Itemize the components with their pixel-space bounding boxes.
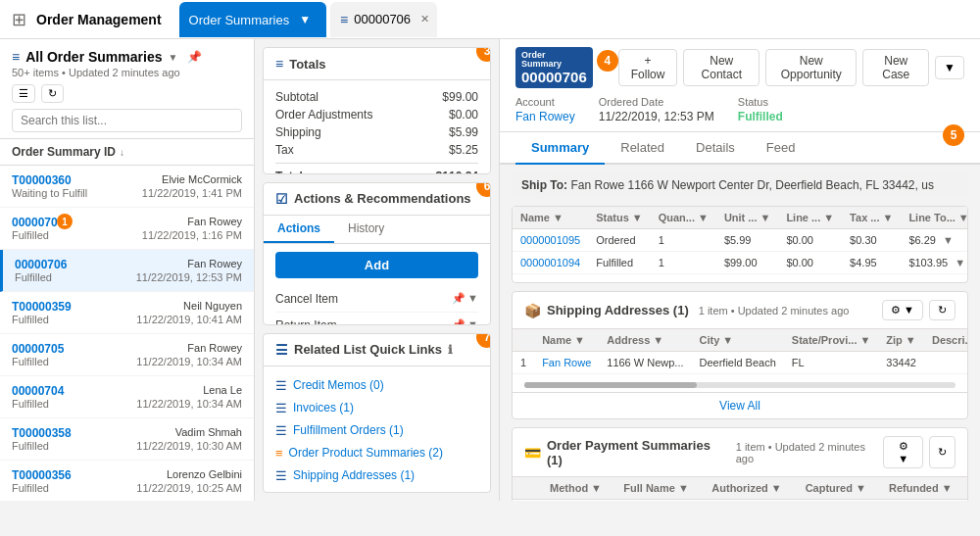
col-name[interactable]: Name▼ <box>513 207 588 229</box>
col-tax[interactable]: Tax ...▼ <box>842 207 901 229</box>
shipping-gear-btn[interactable]: ⚙ ▼ <box>882 300 923 320</box>
new-contact-button[interactable]: New Contact <box>683 49 760 86</box>
col-status[interactable]: Status▼ <box>588 207 651 229</box>
search-input[interactable] <box>12 109 242 132</box>
add-button[interactable]: Add <box>275 252 478 278</box>
list-item[interactable]: T00000360 Elvie McCormick Waiting to Ful… <box>0 166 254 208</box>
quick-link-credit-memos[interactable]: ☰ Credit Memos (0) <box>275 374 478 397</box>
close-tab-icon[interactable]: ✕ <box>420 13 429 25</box>
order-lines-section: Name▼ Status▼ Quan...▼ Unit ...▼ Line ..… <box>512 206 968 283</box>
label: Tax <box>275 143 294 157</box>
tab-related[interactable]: Related <box>605 132 680 165</box>
order-line-qty-1: 1 <box>651 252 716 274</box>
item-status: Waiting to Fulfill <box>12 187 87 199</box>
tab-order-summaries[interactable]: Order Summaries ▼ <box>179 2 326 37</box>
pin-action-icon[interactable]: 📌 <box>452 292 466 305</box>
shipping-refresh-btn[interactable]: ↻ <box>929 300 956 320</box>
shipping-table-scroll[interactable]: Name▼ Address▼ City▼ State/Provi...▼ Zip… <box>513 329 967 382</box>
list-header: Order Summary ID ↓ <box>0 139 254 166</box>
col-line[interactable]: Line ...▼ <box>778 207 842 229</box>
account-value[interactable]: Fan Rowey <box>515 110 575 123</box>
cancel-item-action[interactable]: Cancel Item 📌 ▼ <box>275 286 478 313</box>
list-item[interactable]: 00000704 Lena Le Fulfilled 11/22/2019, 1… <box>0 376 254 418</box>
actions-dropdown-btn[interactable]: ▼ <box>935 56 964 79</box>
quick-link-payment[interactable]: ☰ Order Payment Summaries (1) <box>275 487 478 493</box>
row-chevron[interactable]: ▼ <box>943 234 954 246</box>
list-item-selected[interactable]: 00000706 Fan Rowey Fulfilled 11/22/2019,… <box>0 250 254 292</box>
item-status: Fulfilled <box>12 482 49 494</box>
col-desc[interactable]: Descri...▼ <box>924 329 967 352</box>
tab-dropdown-btn[interactable]: ▼ <box>293 13 317 26</box>
new-opportunity-button[interactable]: New Opportunity <box>765 49 857 86</box>
col-city[interactable]: City▼ <box>692 329 784 352</box>
tab-details[interactable]: Details <box>680 132 751 165</box>
pin-action-icon2[interactable]: 📌 <box>452 318 466 325</box>
payment-gear-btn[interactable]: ⚙ ▼ <box>883 436 923 468</box>
item-date: 11/22/2019, 1:16 PM <box>142 229 242 241</box>
sort-icon[interactable]: ↓ <box>120 147 124 158</box>
quick-links-header: ☰ Related List Quick Links ℹ 7 <box>264 334 490 366</box>
dropdown-action-icon2[interactable]: ▼ <box>467 318 478 325</box>
quick-link-shipping[interactable]: ☰ Shipping Addresses (1) <box>275 464 478 487</box>
pin-icon[interactable]: 📌 <box>187 50 202 64</box>
col-lineto[interactable]: Line To...▼ <box>901 207 967 229</box>
new-case-button[interactable]: New Case <box>862 49 929 86</box>
payment-body: 1 Visa Fan Rowe $110.24 $103.95 $0.00 <box>513 500 967 502</box>
quick-links-badge: 7 <box>476 333 491 348</box>
shipping-name[interactable]: Fan Rowe <box>534 352 599 374</box>
order-lines-scroll[interactable]: Name▼ Status▼ Quan...▼ Unit ...▼ Line ..… <box>513 207 967 282</box>
col-captured[interactable]: Captured▼ <box>798 477 881 500</box>
tab-feed[interactable]: Feed <box>751 132 811 165</box>
tab-actions[interactable]: Actions <box>264 216 334 243</box>
follow-button[interactable]: + Follow <box>618 49 678 86</box>
item-name: Lena Le <box>203 384 242 398</box>
info-icon[interactable]: ℹ <box>448 343 453 357</box>
shipping-zip: 33442 <box>878 352 924 374</box>
grid-icon[interactable]: ⊞ <box>12 9 26 30</box>
list-item[interactable]: 00000705 Fan Rowey Fulfilled 11/22/2019,… <box>0 334 254 376</box>
quick-links-icon: ☰ <box>275 342 288 358</box>
dropdown-action-icon[interactable]: ▼ <box>467 292 478 305</box>
refresh-btn[interactable]: ↻ <box>41 84 64 103</box>
col-state[interactable]: State/Provi...▼ <box>784 329 879 352</box>
list-view-btn[interactable]: ☰ <box>12 84 35 103</box>
record-type-label-text: Order Summary <box>521 51 587 69</box>
order-line-name-0[interactable]: 0000001095 <box>513 229 588 252</box>
row-chevron[interactable]: ▼ <box>955 257 965 268</box>
shipping-view-all[interactable]: View All <box>513 392 967 418</box>
caret-icon[interactable]: ▼ <box>168 52 177 63</box>
shipping-header-row: Name▼ Address▼ City▼ State/Provi...▼ Zip… <box>513 329 967 352</box>
list-item[interactable]: T00000358 Vadim Shmah Fulfilled 11/22/20… <box>0 418 254 461</box>
list-item[interactable]: T00000356 Lorenzo Gelbini Fulfilled 11/2… <box>0 461 254 501</box>
col-fullname[interactable]: Full Name▼ <box>615 477 704 500</box>
col-zip[interactable]: Zip▼ <box>878 329 924 352</box>
col-authorized[interactable]: Authorized▼ <box>704 477 797 500</box>
quick-link-fulfillment[interactable]: ☰ Fulfillment Orders (1) <box>275 419 478 442</box>
col-refunded[interactable]: Refunded▼ <box>881 477 967 500</box>
col-method[interactable]: Method▼ <box>542 477 615 500</box>
col-address[interactable]: Address▼ <box>599 329 691 352</box>
col-unit[interactable]: Unit ...▼ <box>716 207 779 229</box>
return-item-label: Return Item <box>275 318 337 325</box>
return-item-action[interactable]: Return Item 📌 ▼ <box>275 313 478 325</box>
payment-table-scroll[interactable]: Method▼ Full Name▼ Authorized▼ Captured▼… <box>513 477 967 501</box>
order-line-name-1[interactable]: 0000001094 <box>513 252 588 274</box>
status-label: Status <box>738 96 783 108</box>
quick-links-card: ☰ Related List Quick Links ℹ 7 ☰ Credit … <box>263 333 491 493</box>
quick-link-product-summaries[interactable]: ≡ Order Product Summaries (2) <box>275 442 478 464</box>
list-item[interactable]: T00000359 Neil Nguyen Fulfilled 11/22/20… <box>0 292 254 334</box>
tab-summary[interactable]: Summary <box>515 132 605 165</box>
tab-record-00000706[interactable]: ≡ 00000706 ✕ <box>330 2 437 37</box>
list-item[interactable]: 00000707 Fan Rowey Fulfilled 11/22/2019,… <box>0 208 254 250</box>
credit-memos-label: Credit Memos (0) <box>293 378 384 392</box>
payment-refresh-btn[interactable]: ↻ <box>929 436 956 468</box>
table-row: 1 Fan Rowe 1166 W Newp... Deerfield Beac… <box>513 352 967 374</box>
tab-history[interactable]: History <box>334 216 398 243</box>
quick-link-invoices[interactable]: ☰ Invoices (1) <box>275 397 478 419</box>
col-name[interactable]: Name▼ <box>534 329 599 352</box>
right-panel: Order Summary 00000706 4 + Follow New Co… <box>500 39 980 501</box>
col-qty[interactable]: Quan...▼ <box>651 207 716 229</box>
sidebar-title-label: All Order Summaries <box>25 49 162 65</box>
app-name: Order Management <box>36 12 162 27</box>
order-lines-header-row: Name▼ Status▼ Quan...▼ Unit ...▼ Line ..… <box>513 207 967 229</box>
